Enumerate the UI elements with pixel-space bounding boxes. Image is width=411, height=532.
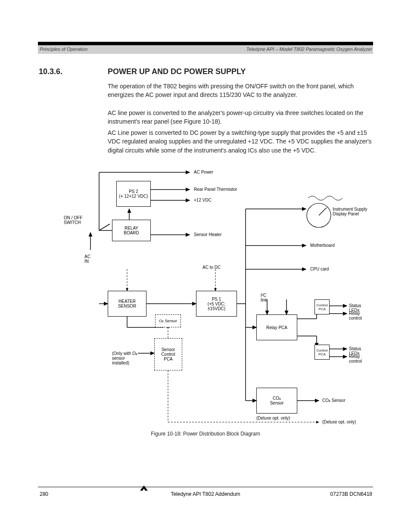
box-co2-sensor: CO₂ Sensor <box>256 388 297 414</box>
label-ac-to-dc: AC to DC <box>202 265 221 270</box>
paragraph-2: AC line power is converted to the analyz… <box>108 109 372 126</box>
box-i2c-top: Control PCA <box>314 299 330 314</box>
paragraph-1: The operation of the T802 begins with pr… <box>108 82 372 100</box>
label-sensor-heater: Sensor Heater <box>194 232 221 237</box>
box-ps1: PS 1 (+5 VDC; ±15VDC) <box>196 291 237 317</box>
box-i2c-bot: Control PCA <box>314 345 330 360</box>
label-dashed-out: (Deluxe opt. only) <box>322 420 356 424</box>
label-i2c-co2-valve: Relay control <box>349 354 371 364</box>
label-co2-inline: (Deluxe opt. only) <box>256 416 290 420</box>
label-meter: Instrument Supply Display Panel <box>333 207 371 216</box>
label-i2c: I²C link <box>261 293 267 302</box>
svg-line-1 <box>99 224 110 230</box>
power-distribution-diagram: AC IN ON / OFF SWITCH PS 2 (+ 12+12 VDC)… <box>43 168 371 426</box>
label-on-off: ON / OFF SWITCH <box>64 215 82 225</box>
label-o2-inline: (Only with O₂ sensor installed) <box>112 351 138 365</box>
footer-rule <box>38 487 373 487</box>
header-left-text: Principles of Operation <box>40 47 87 52</box>
section-title: POWER UP AND DC POWER SUPPLY <box>108 67 246 76</box>
header-rule-black <box>38 42 373 45</box>
label-co2-out: CO₂ Sensor <box>322 398 345 403</box>
svg-line-39 <box>319 208 327 215</box>
label-cpu: CPU card <box>310 267 329 271</box>
box-relay-board: RELAY BOARD <box>112 220 151 241</box>
section-number: 10.3.6. <box>39 67 62 76</box>
box-relay-pca: Relay PCA <box>256 314 297 340</box>
label-ps2-top: Rear Panel Thermistor <box>194 187 237 192</box>
label-i2c-valve: Relay control <box>349 311 371 320</box>
box-heater-sensor: HEATER SENSOR <box>108 291 146 317</box>
label-ac-in: AC IN <box>84 254 90 264</box>
footer-doc-id: 07273B DCN6418 <box>330 491 372 497</box>
paragraph-3: AC Line power is converted to DC power b… <box>108 128 372 155</box>
box-ps2: PS 2 (+ 12+12 VDC) <box>116 181 151 207</box>
box-o2-sensor: O₂ Sensor <box>155 314 181 327</box>
box-sensor-control: Sensor Control PCA <box>154 338 182 370</box>
label-ac-power: AC Power <box>194 170 213 174</box>
label-ps2-mid: +12 VDC <box>194 198 212 202</box>
figure-caption: Figure 10-18: Power Distribution Block D… <box>0 431 411 437</box>
label-motherboard: Motherboard <box>310 243 335 248</box>
header-right-text: Teledyne API – Model T802 Paramagnetic O… <box>246 47 372 52</box>
